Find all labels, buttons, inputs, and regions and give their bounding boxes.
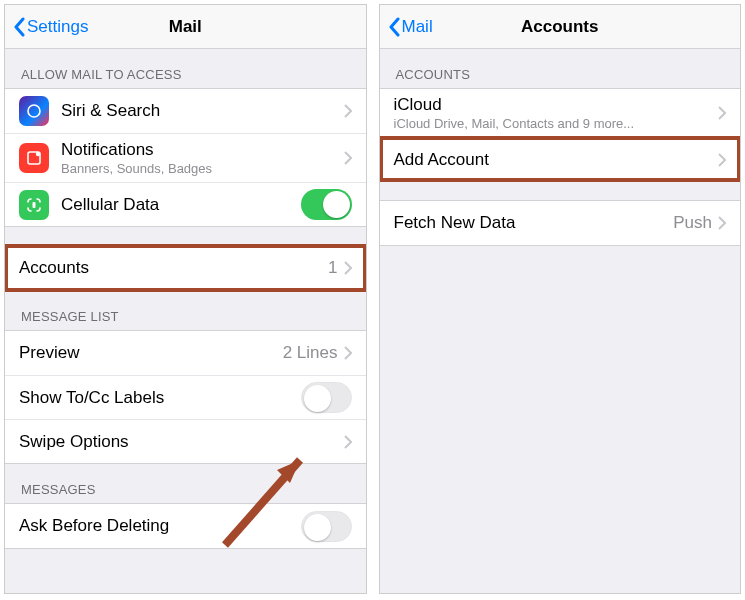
- siri-search-row[interactable]: Siri & Search: [5, 89, 366, 133]
- chevron-right-icon: [344, 261, 352, 275]
- cellular-icon: [19, 190, 49, 220]
- back-label: Settings: [27, 17, 88, 37]
- fetch-label: Fetch New Data: [394, 213, 674, 233]
- tocc-label: Show To/Cc Labels: [19, 388, 301, 408]
- back-label: Mail: [402, 17, 433, 37]
- chevron-right-icon: [344, 346, 352, 360]
- nav-title: Accounts: [380, 17, 741, 37]
- swipe-options-row[interactable]: Swipe Options: [5, 419, 366, 463]
- chevron-left-icon: [13, 17, 25, 37]
- navbar: Settings Mail: [5, 5, 366, 49]
- notifications-row[interactable]: Notifications Banners, Sounds, Badges: [5, 133, 366, 182]
- navbar: Mail Accounts: [380, 5, 741, 49]
- icloud-sub: iCloud Drive, Mail, Contacts and 9 more.…: [394, 116, 719, 131]
- fetch-group: Fetch New Data Push: [380, 200, 741, 246]
- preview-label: Preview: [19, 343, 283, 363]
- tocc-toggle[interactable]: [301, 382, 352, 413]
- accounts-label: Accounts: [19, 258, 328, 278]
- swipe-label: Swipe Options: [19, 432, 344, 452]
- chevron-right-icon: [718, 216, 726, 230]
- back-button[interactable]: Settings: [13, 17, 88, 37]
- tocc-row[interactable]: Show To/Cc Labels: [5, 375, 366, 419]
- messages-group: Ask Before Deleting: [5, 503, 366, 549]
- cellular-data-row[interactable]: Cellular Data: [5, 182, 366, 226]
- mail-settings-screen: Settings Mail ALLOW MAIL TO ACCESS Siri …: [4, 4, 367, 594]
- siri-icon: [19, 96, 49, 126]
- access-group: Siri & Search Notifications Banners, Sou…: [5, 88, 366, 227]
- cellular-toggle[interactable]: [301, 189, 352, 220]
- chevron-right-icon: [344, 151, 352, 165]
- back-button[interactable]: Mail: [388, 17, 433, 37]
- askdel-toggle[interactable]: [301, 511, 352, 542]
- chevron-right-icon: [718, 153, 726, 167]
- ask-before-deleting-row[interactable]: Ask Before Deleting: [5, 504, 366, 548]
- siri-label: Siri & Search: [61, 101, 344, 121]
- chevron-right-icon: [344, 104, 352, 118]
- svg-point-2: [36, 152, 40, 156]
- add-account-label: Add Account: [394, 150, 719, 170]
- preview-row[interactable]: Preview 2 Lines: [5, 331, 366, 375]
- notifications-icon: [19, 143, 49, 173]
- svg-rect-3: [33, 202, 36, 208]
- icloud-label: iCloud: [394, 95, 719, 115]
- chevron-right-icon: [718, 106, 726, 120]
- svg-point-0: [28, 105, 40, 117]
- section-header-access: ALLOW MAIL TO ACCESS: [5, 49, 366, 88]
- cellular-label: Cellular Data: [61, 195, 301, 215]
- chevron-right-icon: [344, 435, 352, 449]
- notifications-label: Notifications: [61, 140, 344, 160]
- add-account-row[interactable]: Add Account: [380, 137, 741, 181]
- icloud-row[interactable]: iCloud iCloud Drive, Mail, Contacts and …: [380, 89, 741, 137]
- fetch-detail: Push: [673, 213, 712, 233]
- accounts-screen: Mail Accounts ACCOUNTS iCloud iCloud Dri…: [379, 4, 742, 594]
- section-header-msglist: MESSAGE LIST: [5, 291, 366, 330]
- section-header-accounts: ACCOUNTS: [380, 49, 741, 88]
- accounts-row[interactable]: Accounts 1: [5, 246, 366, 290]
- fetch-row[interactable]: Fetch New Data Push: [380, 201, 741, 245]
- accounts-group: Accounts 1: [5, 245, 366, 291]
- message-list-group: Preview 2 Lines Show To/Cc Labels Swipe …: [5, 330, 366, 464]
- accounts-group: iCloud iCloud Drive, Mail, Contacts and …: [380, 88, 741, 182]
- askdel-label: Ask Before Deleting: [19, 516, 301, 536]
- accounts-count: 1: [328, 258, 337, 278]
- chevron-left-icon: [388, 17, 400, 37]
- preview-detail: 2 Lines: [283, 343, 338, 363]
- notifications-sub: Banners, Sounds, Badges: [61, 161, 344, 176]
- section-header-messages: MESSAGES: [5, 464, 366, 503]
